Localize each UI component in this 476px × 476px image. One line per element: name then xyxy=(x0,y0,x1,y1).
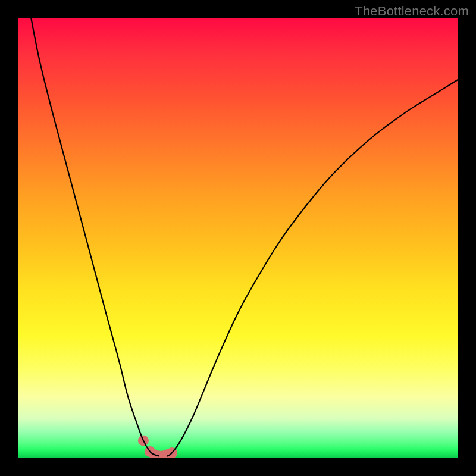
flat-marker-dot xyxy=(167,447,177,458)
flat-marker-dot xyxy=(162,449,173,458)
flat-marker-dot xyxy=(154,450,164,458)
chart-plot-area xyxy=(18,18,458,458)
flat-marker-dot xyxy=(145,446,155,457)
curve-right-branch xyxy=(168,80,458,456)
flat-marker-dot xyxy=(158,450,168,458)
flat-region-markers xyxy=(138,435,177,458)
curve-left-branch xyxy=(31,18,159,456)
flat-marker-dot xyxy=(138,435,149,446)
flat-marker-dot xyxy=(149,449,159,458)
watermark-text: TheBottleneck.com xyxy=(355,4,469,19)
bottleneck-curve xyxy=(18,18,458,458)
